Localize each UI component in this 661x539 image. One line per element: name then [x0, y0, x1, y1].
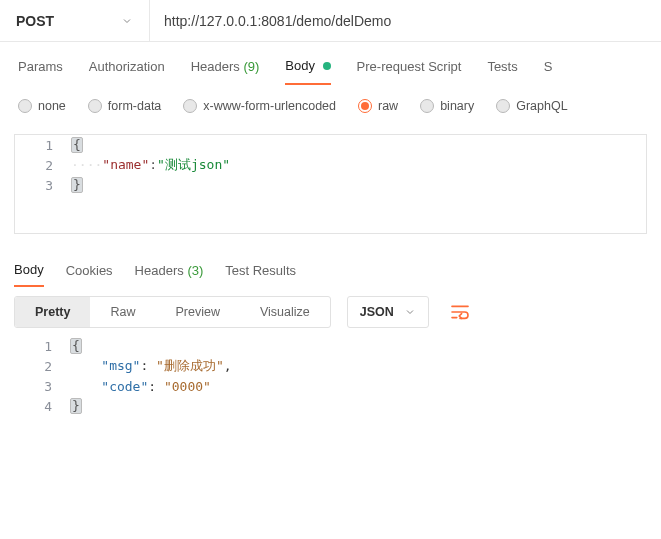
code-content: }	[70, 398, 82, 414]
radio-icon	[18, 99, 32, 113]
wrap-icon	[450, 304, 470, 320]
response-tabs: Body Cookies Headers (3) Test Results	[0, 248, 661, 290]
editor-line: 2 ····"name":"测试json"	[15, 155, 646, 175]
bodytype-formdata-label: form-data	[108, 99, 162, 113]
resp-tab-body[interactable]: Body	[14, 252, 44, 287]
request-url-input[interactable]	[150, 0, 661, 41]
line-number: 4	[14, 399, 70, 414]
brace-close: }	[70, 398, 82, 414]
line-number: 1	[14, 339, 70, 354]
json-string: "0000"	[164, 379, 211, 394]
resp-tab-headers-count: (3)	[187, 263, 203, 278]
json-key: "name"	[102, 157, 149, 172]
editor-line: 4 }	[14, 396, 647, 416]
sep: :	[140, 358, 156, 373]
tab-body-label: Body	[285, 58, 315, 73]
json-key: "code"	[101, 379, 148, 394]
line-number: 2	[14, 359, 70, 374]
resp-tab-testresults[interactable]: Test Results	[225, 253, 296, 286]
body-indicator-icon	[323, 62, 331, 70]
json-key: "msg"	[101, 358, 140, 373]
http-method-select[interactable]: POST	[0, 0, 150, 41]
bodytype-raw[interactable]: raw	[358, 99, 398, 113]
editor-line: 3 "code": "0000"	[14, 376, 647, 396]
code-content: ····"name":"测试json"	[71, 156, 230, 174]
line-number: 3	[14, 379, 70, 394]
http-method-value: POST	[16, 13, 54, 29]
chevron-down-icon	[404, 306, 416, 318]
bodytype-formdata[interactable]: form-data	[88, 99, 162, 113]
tab-headers[interactable]: Headers (9)	[191, 47, 260, 84]
request-tabs: Params Authorization Headers (9) Body Pr…	[0, 42, 661, 88]
resp-tab-cookies[interactable]: Cookies	[66, 253, 113, 286]
indent	[70, 358, 101, 373]
view-raw-button[interactable]: Raw	[90, 297, 155, 327]
bodytype-binary-label: binary	[440, 99, 474, 113]
view-visualize-button[interactable]: Visualize	[240, 297, 330, 327]
tab-prerequest[interactable]: Pre-request Script	[357, 47, 462, 84]
indent	[70, 379, 101, 394]
editor-line: 1 {	[14, 336, 647, 356]
resp-tab-headers[interactable]: Headers (3)	[135, 253, 204, 286]
code-content: }	[71, 177, 83, 193]
view-pretty-button[interactable]: Pretty	[15, 297, 90, 327]
body-type-row: none form-data x-www-form-urlencoded raw…	[0, 88, 661, 124]
view-preview-button[interactable]: Preview	[155, 297, 239, 327]
line-number: 3	[15, 178, 71, 193]
code-content: "code": "0000"	[70, 379, 211, 394]
tab-headers-count: (9)	[243, 59, 259, 74]
bodytype-none-label: none	[38, 99, 66, 113]
indent-dots: ····	[71, 157, 102, 172]
radio-icon	[88, 99, 102, 113]
bodytype-raw-label: raw	[378, 99, 398, 113]
format-value: JSON	[360, 305, 394, 319]
radio-icon	[183, 99, 197, 113]
json-string: "删除成功"	[156, 358, 224, 373]
brace-open: {	[70, 338, 82, 354]
tab-authorization[interactable]: Authorization	[89, 47, 165, 84]
comma: ,	[224, 358, 232, 373]
resp-tab-headers-label: Headers	[135, 263, 184, 278]
json-string: "测试json"	[157, 157, 230, 172]
radio-icon	[496, 99, 510, 113]
code-content: {	[70, 338, 82, 354]
bodytype-urlencoded[interactable]: x-www-form-urlencoded	[183, 99, 336, 113]
response-toolbar: Pretty Raw Preview Visualize JSON	[0, 290, 661, 334]
sep: :	[148, 379, 164, 394]
bodytype-urlencoded-label: x-www-form-urlencoded	[203, 99, 336, 113]
brace-close: }	[71, 177, 83, 193]
chevron-down-icon	[121, 15, 133, 27]
line-number: 2	[15, 158, 71, 173]
code-content: {	[71, 137, 83, 153]
brace-open: {	[71, 137, 83, 153]
bodytype-graphql-label: GraphQL	[516, 99, 567, 113]
editor-line: 1 {	[15, 135, 646, 155]
editor-line: 2 "msg": "删除成功",	[14, 356, 647, 376]
wrap-lines-button[interactable]	[443, 295, 477, 329]
bodytype-binary[interactable]: binary	[420, 99, 474, 113]
radio-icon	[420, 99, 434, 113]
view-mode-segment: Pretty Raw Preview Visualize	[14, 296, 331, 328]
request-row: POST	[0, 0, 661, 42]
response-format-select[interactable]: JSON	[347, 296, 429, 328]
tab-body[interactable]: Body	[285, 46, 330, 85]
response-body-editor[interactable]: 1 { 2 "msg": "删除成功", 3 "code": "0000" 4 …	[14, 336, 647, 416]
request-body-editor[interactable]: 1 { 2 ····"name":"测试json" 3 }	[14, 134, 647, 234]
bodytype-none[interactable]: none	[18, 99, 66, 113]
tab-headers-label: Headers	[191, 59, 240, 74]
tab-settings[interactable]: S	[544, 47, 553, 84]
line-number: 1	[15, 138, 71, 153]
bodytype-graphql[interactable]: GraphQL	[496, 99, 567, 113]
editor-line: 3 }	[15, 175, 646, 195]
tab-params[interactable]: Params	[18, 47, 63, 84]
colon: :	[149, 157, 157, 172]
radio-selected-icon	[358, 99, 372, 113]
code-content: "msg": "删除成功",	[70, 357, 232, 375]
tab-tests[interactable]: Tests	[487, 47, 517, 84]
